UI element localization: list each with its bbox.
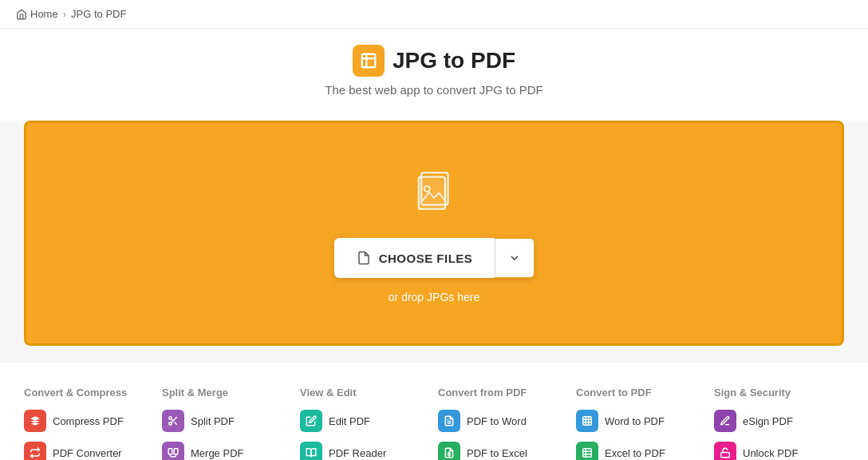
choose-files-row: CHOOSE FILES: [334, 238, 535, 278]
hero-title-row: JPG to PDF: [24, 45, 844, 77]
tool-compress-pdf[interactable]: Compress PDF: [24, 410, 154, 432]
esign-pdf-label: eSign PDF: [743, 415, 793, 427]
svg-rect-27: [721, 452, 730, 457]
tools-section: Convert & Compress Compress PDF PDF Conv…: [0, 362, 868, 460]
tool-word-to-pdf[interactable]: Word to PDF: [576, 410, 706, 432]
pdf-to-word-icon: [438, 410, 460, 432]
image-upload-icon: [406, 163, 462, 222]
pdf-reader-label: PDF Reader: [329, 447, 386, 459]
pdf-reader-icon: [300, 442, 322, 460]
pdf-converter-icon: [24, 442, 46, 460]
word-to-pdf-label: Word to PDF: [605, 415, 665, 427]
tool-excel-to-pdf[interactable]: Excel to PDF: [576, 442, 706, 460]
category-convert-from-pdf: Convert from PDF PDF to Word PDF to Exce…: [438, 387, 568, 460]
category-title-split-merge: Split & Merge: [162, 387, 292, 399]
tool-merge-pdf[interactable]: Merge PDF: [162, 442, 292, 460]
breadcrumb: Home › JPG to PDF: [0, 0, 868, 29]
breadcrumb-separator: ›: [63, 8, 66, 20]
svg-point-6: [169, 417, 172, 420]
tool-pdf-to-word[interactable]: PDF to Word: [438, 410, 568, 432]
svg-line-9: [174, 422, 176, 424]
word-to-pdf-icon: [576, 410, 598, 432]
merge-pdf-icon: [162, 442, 184, 460]
pdf-converter-label: PDF Converter: [53, 447, 122, 459]
category-title-convert-to-pdf: Convert to PDF: [576, 387, 706, 399]
category-sign-security: Sign & Security eSign PDF Unlock PDF: [714, 387, 844, 460]
category-convert-compress: Convert & Compress Compress PDF PDF Conv…: [24, 387, 154, 460]
category-title-convert-compress: Convert & Compress: [24, 387, 154, 399]
category-view-edit: View & Edit Edit PDF PDF Reader: [300, 387, 430, 460]
split-pdf-icon: [162, 410, 184, 432]
svg-rect-12: [174, 449, 178, 454]
tool-split-pdf[interactable]: Split PDF: [162, 410, 292, 432]
tool-pdf-reader[interactable]: PDF Reader: [300, 442, 430, 460]
category-split-merge: Split & Merge Split PDF Merge PDF: [162, 387, 292, 460]
drop-zone-wrapper: CHOOSE FILES or drop JPGs here: [0, 121, 868, 362]
file-icon: [357, 251, 371, 265]
svg-rect-23: [583, 449, 592, 458]
choose-files-button[interactable]: CHOOSE FILES: [334, 238, 495, 278]
svg-rect-4: [419, 177, 445, 209]
chevron-down-icon: [508, 252, 521, 264]
excel-to-pdf-icon: [576, 442, 598, 460]
category-title-convert-from-pdf: Convert from PDF: [438, 387, 568, 399]
svg-rect-11: [168, 449, 172, 454]
pdf-to-excel-label: PDF to Excel: [467, 447, 527, 459]
pdf-to-excel-icon: [438, 442, 460, 460]
app-icon: [353, 45, 385, 77]
tools-grid: Convert & Compress Compress PDF PDF Conv…: [24, 387, 844, 460]
hero-header: JPG to PDF The best web app to convert J…: [0, 29, 868, 121]
esign-pdf-icon: [714, 410, 736, 432]
page-title: JPG to PDF: [393, 48, 515, 73]
edit-pdf-icon: [300, 410, 322, 432]
tool-unlock-pdf[interactable]: Unlock PDF: [714, 442, 844, 460]
excel-to-pdf-label: Excel to PDF: [605, 447, 665, 459]
tool-pdf-to-excel[interactable]: PDF to Excel: [438, 442, 568, 460]
drop-zone[interactable]: CHOOSE FILES or drop JPGs here: [24, 121, 844, 346]
pdf-to-word-label: PDF to Word: [467, 415, 527, 427]
category-title-sign-security: Sign & Security: [714, 387, 844, 399]
compress-pdf-label: Compress PDF: [53, 415, 124, 427]
svg-rect-18: [583, 417, 592, 426]
merge-pdf-label: Merge PDF: [191, 447, 243, 459]
compress-pdf-icon: [24, 410, 46, 432]
tool-esign-pdf[interactable]: eSign PDF: [714, 410, 844, 432]
hero-subtitle: The best web app to convert JPG to PDF: [24, 83, 844, 97]
choose-files-label: CHOOSE FILES: [379, 252, 473, 265]
unlock-pdf-icon: [714, 442, 736, 460]
svg-point-7: [169, 422, 172, 426]
breadcrumb-home-link[interactable]: Home: [16, 8, 58, 20]
category-convert-to-pdf: Convert to PDF Word to PDF Excel to PDF: [576, 387, 706, 460]
tool-pdf-converter[interactable]: PDF Converter: [24, 442, 154, 460]
svg-line-10: [172, 419, 173, 421]
unlock-pdf-label: Unlock PDF: [743, 447, 798, 459]
tool-edit-pdf[interactable]: Edit PDF: [300, 410, 430, 432]
home-icon: [16, 9, 27, 20]
edit-pdf-label: Edit PDF: [329, 415, 370, 427]
choose-files-dropdown-button[interactable]: [495, 239, 534, 277]
split-pdf-label: Split PDF: [191, 415, 235, 427]
svg-rect-0: [362, 54, 376, 68]
breadcrumb-current: JPG to PDF: [71, 8, 126, 20]
breadcrumb-home-label: Home: [30, 8, 58, 20]
category-title-view-edit: View & Edit: [300, 387, 430, 399]
drop-hint: or drop JPGs here: [389, 291, 479, 303]
